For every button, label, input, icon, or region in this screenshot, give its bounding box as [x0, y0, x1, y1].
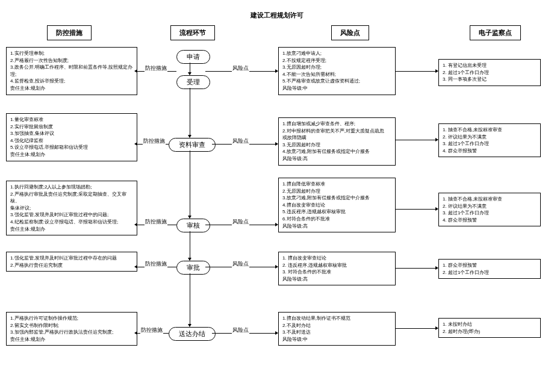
label-fk-4: 防控措施	[145, 260, 167, 268]
label-fk-3: 防控措施	[145, 218, 167, 226]
label-fk-2: 防控措施	[143, 137, 166, 145]
header-fangkong: 防控措施	[47, 25, 92, 40]
risk-box-1: 1.故意刁难申请人; 2.不按规定程序受理; 3.无原因超时办理; 4.不能一次…	[278, 47, 396, 95]
risk-box-3: 1.擅自降低审查标准 2.无原因超时办理 3.故意刁难,附加有偿服务或指定中介服…	[278, 178, 396, 232]
page-title: 建设工程规划许可	[0, 11, 554, 20]
label-fx-1: 风险点	[232, 64, 249, 72]
risk-box-4: 擅自改变审查结论 违反程序,违规越权审核审批 对符合条件的不批准 风险等级:高	[278, 252, 396, 285]
label-fk-5: 防控措施	[140, 326, 163, 334]
node-shenqing: 申请	[176, 50, 210, 64]
label-fx-4: 风险点	[232, 260, 249, 268]
elec-box-1: 有登记信息未受理超过1个工作日办理同一事项多次登记	[438, 59, 541, 86]
header-dianzi: 电子监察点	[470, 25, 521, 40]
node-shouli: 受理	[176, 75, 210, 89]
label-fx-2: 风险点	[232, 137, 249, 145]
label-fk-1: 防控措施	[145, 64, 167, 72]
label-fx-5: 风险点	[232, 326, 249, 334]
node-ziliao: 资料审查	[169, 138, 216, 152]
node-shenhe: 审核	[176, 219, 210, 232]
node-shenpi: 审批	[176, 261, 210, 275]
node-songda: 送达办结	[169, 327, 216, 341]
header-liucheng: 流程环节	[170, 25, 215, 40]
fk-box-2: 1.量化审查标准 2.实行审批留痕制度 3.加强抽查,集体评议 4.强化纪律监察…	[6, 113, 137, 161]
risk-box-5: 1.擅自改动结果,制作证书不规范 2.不及时办结 3.不及时送达 风险等级:中	[278, 312, 396, 346]
elec-box-3: 抽查不合格,未按标准审查评议结果为不满意超过1个工作日办理群众举报预警	[438, 193, 541, 226]
elec-box-4: 群众举报预警超过1个工作日办理	[438, 259, 541, 279]
risk-box-2: 1.擅自增加或减少审查条件、程序; 2.对申报材料的查审把关不严,对重大质疑点疏…	[278, 117, 396, 166]
header-fengxian: 风险点	[331, 25, 369, 40]
label-fx-3: 风险点	[232, 218, 249, 226]
fk-box-5: 1.严格执行许可证制作操作规范; 2.留实文书制作限时制; 3.加强内部监管,严…	[6, 312, 137, 346]
fk-box-3: 1.执行回避制度;2人以上参加现场踏勘; 2.严格执行审批及责任追究制度;采取定…	[6, 181, 137, 235]
elec-box-2: 抽查不合格,未按标准审查评议结果为不满意超过1个工作日办理群众举报预警	[438, 123, 541, 157]
elec-box-5: 未按时办结超时办理(即办)	[438, 318, 541, 338]
fk-box-4: 1.强化监管,发现并及时纠正审批过程中存在的问题 2.严格执行责任追究制度	[6, 252, 137, 272]
fk-box-1: 1.实行受理单制; 2.严格履行一次性告知制度; 3.政务公开,明确工作程序、时…	[6, 47, 137, 95]
